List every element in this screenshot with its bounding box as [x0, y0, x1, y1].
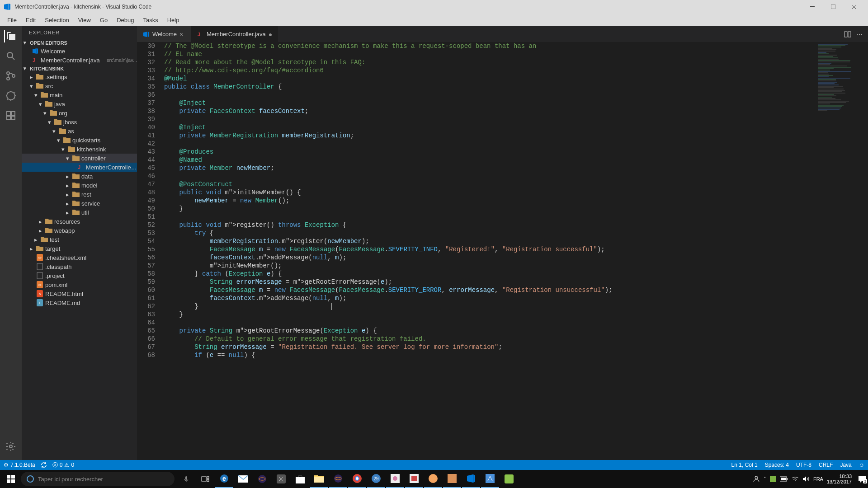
tree-item[interactable]: ▾quickstarts [22, 136, 137, 145]
tb-file-explorer[interactable] [310, 470, 328, 488]
tb-app5[interactable] [424, 470, 442, 488]
code-line[interactable]: } catch (Exception e) { [164, 270, 868, 278]
open-editor-item[interactable]: JMemberController.javasrc\main\jav... [22, 56, 137, 65]
status-version[interactable]: ⚙ 7.1.0.Beta [4, 462, 35, 468]
menu-selection[interactable]: Selection [41, 15, 72, 25]
editor-tab[interactable]: JMemberController.java● [191, 26, 278, 42]
code-editor[interactable]: 3031323334353637383940414243444546474849… [137, 42, 868, 460]
explorer-icon[interactable] [4, 30, 17, 42]
tb-wifi-icon[interactable] [792, 476, 799, 482]
tree-item[interactable]: ▸rest [22, 190, 137, 199]
tb-vscode[interactable] [462, 470, 480, 488]
tb-eclipse2[interactable] [329, 470, 347, 488]
scm-icon[interactable] [5, 70, 17, 82]
split-editor-icon[interactable] [844, 31, 851, 38]
maximize-button[interactable] [823, 0, 844, 14]
menu-help[interactable]: Help [164, 15, 183, 25]
tree-item[interactable]: ▾kitchensink [22, 145, 137, 154]
tb-app7[interactable] [481, 470, 499, 488]
code-line[interactable]: // EL name [164, 50, 868, 58]
code-line[interactable]: @Named [164, 156, 868, 164]
tree-item[interactable]: ▸resources [22, 217, 137, 226]
tb-tray-icon1[interactable] [770, 476, 776, 482]
code-line[interactable]: memberRegistration.m">register(newMember… [164, 237, 868, 245]
tree-item[interactable]: ▾src [22, 81, 137, 90]
tree-item[interactable]: ▾org [22, 108, 137, 117]
tree-item[interactable]: ▾as [22, 127, 137, 136]
minimize-button[interactable] [802, 0, 823, 14]
code-line[interactable]: facesContext.m">addMessage(null, m); [164, 294, 868, 302]
code-line[interactable]: @PostConstruct [164, 180, 868, 188]
code-line[interactable] [164, 140, 868, 148]
code-line[interactable]: @Inject [164, 99, 868, 107]
close-button[interactable] [844, 0, 864, 14]
more-actions-icon[interactable]: ⋯ [857, 31, 863, 38]
code-line[interactable]: if (e == null) { [164, 351, 868, 359]
status-problems[interactable]: ⓧ 0 ⚠ 0 [52, 461, 74, 469]
code-line[interactable]: public void m">register() throws Excepti… [164, 221, 868, 229]
close-icon[interactable]: × [179, 31, 183, 38]
menu-go[interactable]: Go [96, 15, 111, 25]
code-line[interactable]: public void m">initNewMember() { [164, 188, 868, 197]
code-line[interactable] [164, 91, 868, 99]
tree-item[interactable]: ▾controller [22, 154, 137, 163]
menu-file[interactable]: File [4, 15, 20, 25]
status-sync[interactable] [41, 462, 47, 468]
code-line[interactable]: private String m">getRootErrorMessage(Ex… [164, 327, 868, 335]
settings-icon[interactable] [5, 440, 17, 453]
code-line[interactable]: try { [164, 229, 868, 237]
tree-item[interactable]: ▸util [22, 208, 137, 217]
tree-item[interactable]: <>.cheatsheet.xml [22, 253, 137, 262]
tree-item[interactable]: ▸target [22, 244, 137, 253]
tb-edge[interactable]: e [215, 470, 233, 488]
tb-battery-icon[interactable] [780, 476, 788, 482]
open-editor-item[interactable]: Welcome [22, 47, 137, 56]
vertical-scrollbar[interactable] [862, 42, 868, 460]
taskbar-search[interactable]: Taper ici pour rechercher [21, 472, 175, 486]
tree-item[interactable]: ▸data [22, 172, 137, 181]
code-line[interactable]: // The @Model stereotype is a convenienc… [164, 42, 868, 50]
tb-app2[interactable]: 29 [367, 470, 385, 488]
tree-item[interactable]: <>pom.xml [22, 280, 137, 289]
tb-app1[interactable] [272, 470, 290, 488]
code-line[interactable]: public class MemberController { [164, 83, 868, 91]
code-line[interactable]: // Read more about the @Model stereotype… [164, 58, 868, 66]
tb-volume-icon[interactable] [802, 476, 810, 482]
menu-edit[interactable]: Edit [22, 15, 39, 25]
tb-app4[interactable] [405, 470, 423, 488]
tree-item[interactable]: 5README.html [22, 289, 137, 298]
tb-clock[interactable]: 18:33 13/12/2017 [827, 474, 854, 484]
close-icon[interactable]: ● [269, 31, 272, 38]
tb-app6[interactable] [443, 470, 461, 488]
code-line[interactable]: facesContext.m">addMessage(null, m); [164, 253, 868, 262]
tb-chrome[interactable] [348, 470, 366, 488]
tree-item[interactable]: .project [22, 271, 137, 280]
tb-notifications[interactable]: 3 [858, 475, 866, 483]
status-eol[interactable]: CRLF [819, 462, 833, 468]
tree-item[interactable]: ▸webapp [22, 226, 137, 235]
code-line[interactable]: m">initNewMember(); [164, 262, 868, 270]
code-line[interactable]: FacesMessage m = new FacesMessage(FacesM… [164, 245, 868, 253]
code-line[interactable]: private FacesContext facesContext; [164, 107, 868, 115]
tree-item[interactable]: ▾jboss [22, 117, 137, 127]
code-line[interactable]: // http://www.cdi-spec.org/faq/#accordio… [164, 66, 868, 75]
code-line[interactable]: @Produces [164, 148, 868, 156]
editor-tab[interactable]: Welcome× [137, 26, 191, 42]
menu-tasks[interactable]: Tasks [139, 15, 161, 25]
code-line[interactable]: @Inject [164, 123, 868, 131]
code-line[interactable]: } [164, 205, 868, 213]
code-line[interactable] [164, 115, 868, 123]
status-encoding[interactable]: UTF-8 [796, 462, 811, 468]
tree-item[interactable]: ▸model [22, 181, 137, 190]
code-line[interactable] [164, 213, 868, 221]
tree-item[interactable]: iREADME.md [22, 298, 137, 307]
tb-app3[interactable] [386, 470, 404, 488]
code-line[interactable]: } [164, 310, 868, 319]
tb-store[interactable] [291, 470, 309, 488]
tb-mail[interactable] [234, 470, 252, 488]
tree-item[interactable]: ▸service [22, 199, 137, 208]
tree-item[interactable]: JMemberController.ja... [22, 163, 137, 172]
code-line[interactable] [164, 172, 868, 180]
search-icon[interactable] [5, 50, 17, 62]
tb-eclipse[interactable] [253, 470, 271, 488]
